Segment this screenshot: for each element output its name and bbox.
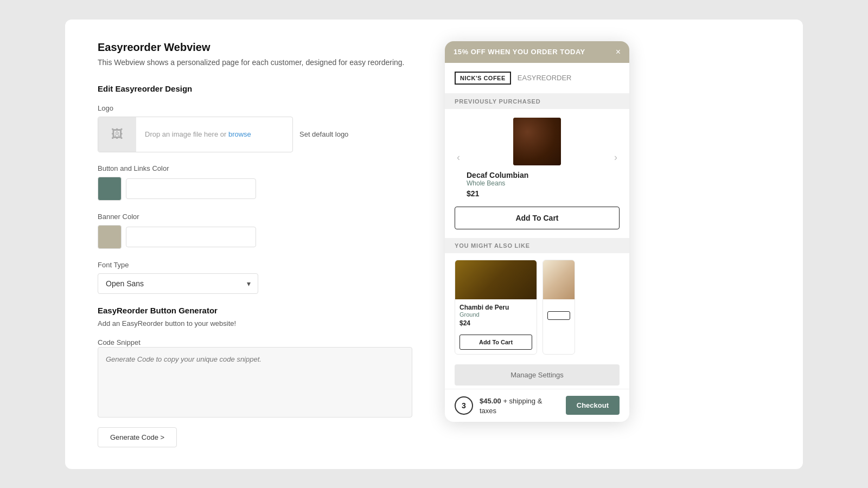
banner-color-group: Banner Color #B9B39E bbox=[98, 213, 412, 249]
also-like-card-2 bbox=[542, 260, 575, 355]
edit-section-title: Edit Easyreorder Design bbox=[98, 84, 412, 93]
also-like-name-1: Chambi de Peru bbox=[459, 304, 532, 311]
also-like-info-1: Chambi de Peru Ground $24 bbox=[455, 299, 537, 331]
main-product-name: Decaf Columbian bbox=[467, 171, 608, 179]
preview-header: NICK'S COFEE EASYREORDER bbox=[445, 63, 629, 94]
generate-code-button[interactable]: Generate Code > bbox=[98, 427, 177, 447]
also-like-price-1: $24 bbox=[459, 319, 532, 327]
also-like-info-2 bbox=[543, 299, 575, 308]
carousel-next-button[interactable]: › bbox=[612, 150, 620, 165]
generator-subtitle: Add an EasyReorder button to your websit… bbox=[98, 319, 412, 328]
cart-count-circle: 3 bbox=[455, 396, 473, 415]
right-panel: 15% OFF WHEN YOU ORDER TODAY × NICK'S CO… bbox=[445, 41, 629, 447]
easyreorder-label: EASYREORDER bbox=[518, 74, 572, 82]
checkout-button[interactable]: Checkout bbox=[566, 396, 620, 415]
promo-banner: 15% OFF WHEN YOU ORDER TODAY × bbox=[445, 41, 629, 63]
code-snippet-label: Code Snippet bbox=[98, 338, 141, 346]
logo-drop-text: Drop an image file here or browse bbox=[136, 130, 260, 138]
button-links-color-swatch[interactable] bbox=[98, 177, 122, 201]
also-like-image-1 bbox=[455, 260, 537, 299]
brand-logo: NICK'S COFEE bbox=[455, 72, 511, 85]
banner-color-swatch[interactable] bbox=[98, 225, 122, 249]
main-container: Easyreorder Webview This Webview shows a… bbox=[65, 20, 803, 469]
promo-banner-text: 15% OFF WHEN YOU ORDER TODAY bbox=[454, 48, 585, 56]
logo-group: Logo 🖼 Drop an image file here or browse… bbox=[98, 104, 412, 152]
also-like-image-2 bbox=[543, 260, 575, 299]
main-product-price: $21 bbox=[467, 189, 608, 198]
cart-total: $45.00 + shipping & taxes bbox=[480, 397, 542, 415]
product-carousel: ‹ Decaf Columbian Whole Beans $21 › bbox=[445, 109, 629, 207]
cart-count: 3 bbox=[462, 401, 466, 410]
button-links-color-input[interactable]: #5B7B72 bbox=[126, 178, 256, 199]
also-like-card-1: Chambi de Peru Ground $24 Add To Cart bbox=[455, 260, 537, 355]
manage-settings-button[interactable]: Manage Settings bbox=[455, 364, 620, 386]
logo-preview-area: 🖼 bbox=[98, 117, 136, 152]
prev-purchased-header: PREVIOUSLY PURCHASED bbox=[445, 94, 629, 109]
promo-banner-close-button[interactable]: × bbox=[616, 48, 621, 56]
logo-browse-link[interactable]: browse bbox=[228, 130, 251, 138]
image-placeholder-icon: 🖼 bbox=[111, 127, 123, 142]
button-generator-section: EasyReorder Button Generator Add an Easy… bbox=[98, 306, 412, 447]
coffee-beans-image bbox=[513, 118, 561, 165]
also-like-add-button-2[interactable] bbox=[547, 311, 570, 320]
main-add-to-cart-button[interactable]: Add To Cart bbox=[455, 207, 620, 229]
logo-label: Logo bbox=[98, 104, 412, 112]
cart-total-amount: $45.00 bbox=[480, 397, 501, 405]
cart-total-area: $45.00 + shipping & taxes bbox=[480, 396, 559, 415]
checkout-bar: 3 $45.00 + shipping & taxes Checkout bbox=[445, 389, 629, 422]
generator-title: EasyReorder Button Generator bbox=[98, 306, 412, 315]
logo-upload-row: 🖼 Drop an image file here or browse Set … bbox=[98, 117, 412, 152]
page-subtitle: This Webview shows a personalized page f… bbox=[98, 58, 412, 67]
font-type-select[interactable]: Open Sans Roboto Lato Montserrat Poppins bbox=[98, 273, 258, 294]
also-like-add-button-1[interactable]: Add To Cart bbox=[459, 335, 532, 350]
carousel-prev-button[interactable]: ‹ bbox=[455, 150, 462, 165]
page-title: Easyreorder Webview bbox=[98, 41, 412, 54]
set-default-logo-button[interactable]: Set default logo bbox=[299, 130, 348, 138]
logo-upload-box[interactable]: 🖼 Drop an image file here or browse bbox=[98, 117, 293, 152]
main-product-card: Decaf Columbian Whole Beans $21 bbox=[462, 118, 612, 198]
mobile-preview: 15% OFF WHEN YOU ORDER TODAY × NICK'S CO… bbox=[445, 41, 629, 422]
also-like-variant-1: Ground bbox=[459, 311, 532, 318]
also-like-header: YOU MIGHT ALSO LIKE bbox=[445, 238, 629, 253]
banner-color-input[interactable]: #B9B39E bbox=[126, 227, 256, 247]
main-product-info: Decaf Columbian Whole Beans $21 bbox=[467, 171, 608, 198]
code-snippet-textarea[interactable] bbox=[98, 347, 412, 418]
banner-color-label: Banner Color bbox=[98, 213, 412, 221]
font-type-group: Font Type Open Sans Roboto Lato Montserr… bbox=[98, 261, 412, 294]
button-links-color-label: Button and Links Color bbox=[98, 164, 412, 172]
main-product-image bbox=[513, 118, 561, 165]
button-links-color-row: #5B7B72 bbox=[98, 177, 412, 201]
also-like-row: Chambi de Peru Ground $24 Add To Cart bbox=[445, 253, 629, 361]
main-product-variant: Whole Beans bbox=[467, 179, 608, 187]
left-panel: Easyreorder Webview This Webview shows a… bbox=[98, 41, 412, 447]
button-links-color-group: Button and Links Color #5B7B72 bbox=[98, 164, 412, 201]
font-select-wrapper: Open Sans Roboto Lato Montserrat Poppins… bbox=[98, 273, 258, 294]
font-type-label: Font Type bbox=[98, 261, 412, 269]
banner-color-row: #B9B39E bbox=[98, 225, 412, 249]
